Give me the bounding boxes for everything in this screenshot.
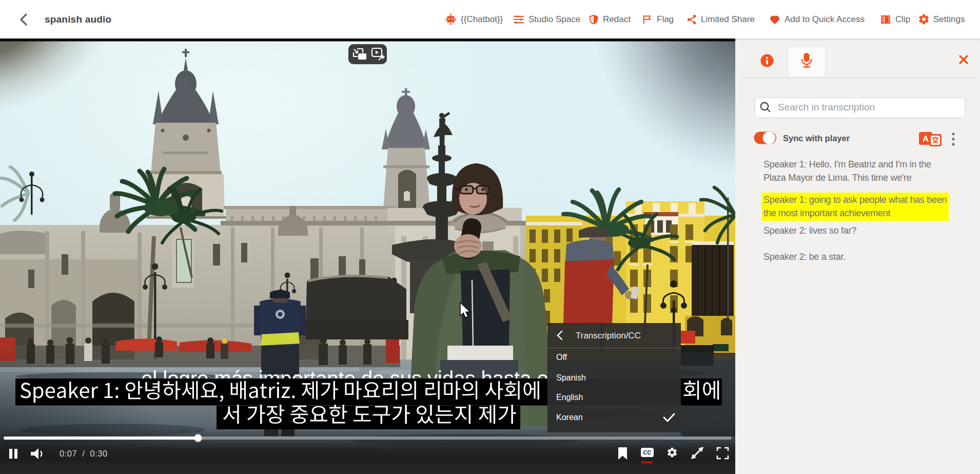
svg-text:CC: CC [643, 449, 652, 456]
svg-text:Sync with player: Sync with player [783, 134, 850, 143]
svg-text:Search in transcription: Search in transcription [778, 102, 875, 112]
svg-text:A: A [923, 134, 929, 143]
